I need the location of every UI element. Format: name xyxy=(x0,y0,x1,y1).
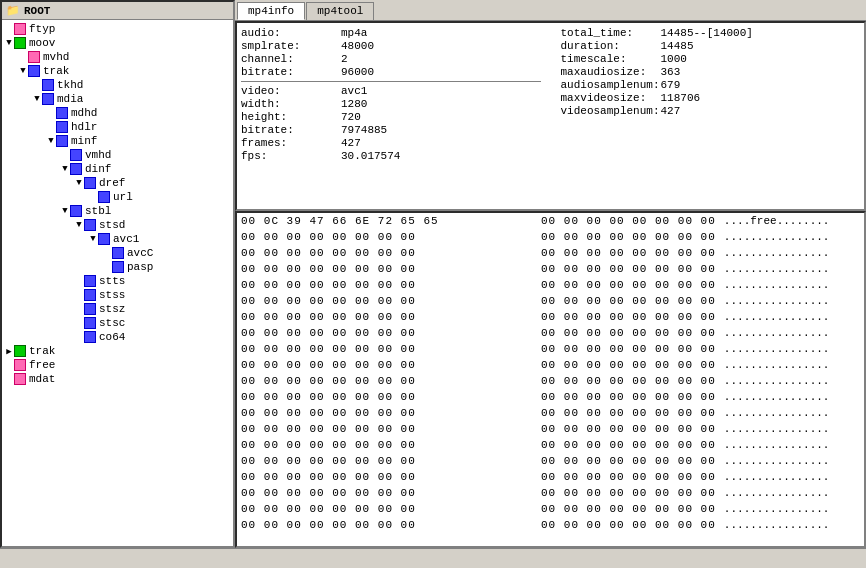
tree-icon-tkhd xyxy=(42,79,54,91)
info-key: maxvideosize: xyxy=(561,92,661,104)
tree-item-trak2[interactable]: ▶trak xyxy=(4,344,231,358)
tree-item-moov[interactable]: ▼moov xyxy=(4,36,231,50)
info-value: 118706 xyxy=(661,92,701,104)
tree-panel: 📁 ROOT ftyp▼moov mvhd▼trak tkhd▼mdia mdh… xyxy=(0,0,235,548)
tree-label-ftyp: ftyp xyxy=(29,23,55,35)
tree-label-stsd: stsd xyxy=(99,219,125,231)
hex-bytes2: 00 00 00 00 00 00 00 00 xyxy=(541,261,716,277)
tree-item-avcC[interactable]: avcC xyxy=(4,246,231,260)
tree-expander[interactable]: ▼ xyxy=(46,136,56,146)
tree-item-stsc[interactable]: stsc xyxy=(4,316,231,330)
tree-expander[interactable]: ▼ xyxy=(74,178,84,188)
hex-row: 00 00 00 00 00 00 00 0000 00 00 00 00 00… xyxy=(237,389,864,405)
info-key: audiosamplenum: xyxy=(561,79,661,91)
tree-expander[interactable]: ▼ xyxy=(88,234,98,244)
info-row: bitrate:96000 xyxy=(241,66,541,78)
tree-item-minf[interactable]: ▼minf xyxy=(4,134,231,148)
tree-expander[interactable]: ▼ xyxy=(4,38,14,48)
info-key: bitrate: xyxy=(241,66,341,78)
hex-row: 00 00 00 00 00 00 00 0000 00 00 00 00 00… xyxy=(237,501,864,517)
tree-item-mdat[interactable]: mdat xyxy=(4,372,231,386)
tree-icon-dinf xyxy=(70,163,82,175)
hex-row: 00 00 00 00 00 00 00 0000 00 00 00 00 00… xyxy=(237,261,864,277)
info-value: mp4a xyxy=(341,27,367,39)
tab-mp4tool[interactable]: mp4tool xyxy=(306,2,374,20)
hex-bytes1: 00 00 00 00 00 00 00 00 xyxy=(241,517,541,533)
info-left-col: audio:mp4asmplrate:48000channel:2bitrate… xyxy=(241,27,541,205)
hex-bytes2: 00 00 00 00 00 00 00 00 xyxy=(541,277,716,293)
tree-item-dinf[interactable]: ▼dinf xyxy=(4,162,231,176)
tree-label-tkhd: tkhd xyxy=(57,79,83,91)
hex-row: 00 00 00 00 00 00 00 0000 00 00 00 00 00… xyxy=(237,453,864,469)
tree-item-ftyp[interactable]: ftyp xyxy=(4,22,231,36)
hex-bytes1: 00 0C 39 47 66 6E 72 65 65 xyxy=(241,213,541,229)
tree-expander[interactable]: ▶ xyxy=(4,346,14,357)
tree-item-free[interactable]: free xyxy=(4,358,231,372)
tree-icon-trak2 xyxy=(14,345,26,357)
tree-icon-stbl xyxy=(70,205,82,217)
info-row: audiosamplenum:679 xyxy=(561,79,861,91)
tree-icon-stss xyxy=(84,289,96,301)
tree-item-pasp[interactable]: pasp xyxy=(4,260,231,274)
hex-bytes2: 00 00 00 00 00 00 00 00 xyxy=(541,389,716,405)
info-row: duration:14485 xyxy=(561,40,861,52)
info-panel: audio:mp4asmplrate:48000channel:2bitrate… xyxy=(235,21,866,211)
info-key: total_time: xyxy=(561,27,661,39)
tree-item-vmhd[interactable]: vmhd xyxy=(4,148,231,162)
info-key: height: xyxy=(241,111,341,123)
hex-ascii: ................ xyxy=(716,501,830,517)
hex-row: 00 00 00 00 00 00 00 0000 00 00 00 00 00… xyxy=(237,421,864,437)
tree-item-dref[interactable]: ▼dref xyxy=(4,176,231,190)
info-right-col: total_time:14485--[14000]duration:14485t… xyxy=(561,27,861,205)
hex-panel[interactable]: 00 0C 39 47 66 6E 72 65 6500 00 00 00 00… xyxy=(235,211,866,548)
tree-icon-trak xyxy=(28,65,40,77)
tree-item-stbl[interactable]: ▼stbl xyxy=(4,204,231,218)
info-row: maxvideosize:118706 xyxy=(561,92,861,104)
tree-item-stsd[interactable]: ▼stsd xyxy=(4,218,231,232)
tree-expander[interactable]: ▼ xyxy=(74,220,84,230)
tree-item-co64[interactable]: co64 xyxy=(4,330,231,344)
tree-item-stsz[interactable]: stsz xyxy=(4,302,231,316)
tree-label-mdhd: mdhd xyxy=(71,107,97,119)
tree-icon-dref xyxy=(84,177,96,189)
tree-label-hdlr: hdlr xyxy=(71,121,97,133)
hex-bytes1: 00 00 00 00 00 00 00 00 xyxy=(241,229,541,245)
info-row: fps:30.017574 xyxy=(241,150,541,162)
tree-item-mdhd[interactable]: mdhd xyxy=(4,106,231,120)
info-value: 720 xyxy=(341,111,361,123)
hex-row: 00 00 00 00 00 00 00 0000 00 00 00 00 00… xyxy=(237,245,864,261)
tab-mp4info[interactable]: mp4info xyxy=(237,2,305,20)
info-key: frames: xyxy=(241,137,341,149)
hex-bytes1: 00 00 00 00 00 00 00 00 xyxy=(241,357,541,373)
tree-icon-avc1 xyxy=(98,233,110,245)
hex-bytes1: 00 00 00 00 00 00 00 00 xyxy=(241,373,541,389)
tree-expander[interactable]: ▼ xyxy=(60,164,70,174)
info-key: audio: xyxy=(241,27,341,39)
tree-item-mvhd[interactable]: mvhd xyxy=(4,50,231,64)
hex-ascii: ................ xyxy=(716,437,830,453)
tree-item-tkhd[interactable]: tkhd xyxy=(4,78,231,92)
tree-item-trak[interactable]: ▼trak xyxy=(4,64,231,78)
info-row: channel:2 xyxy=(241,53,541,65)
tree-icon-free xyxy=(14,359,26,371)
tree-expander[interactable]: ▼ xyxy=(32,94,42,104)
tree-item-mdia[interactable]: ▼mdia xyxy=(4,92,231,106)
info-key: duration: xyxy=(561,40,661,52)
hex-bytes2: 00 00 00 00 00 00 00 00 xyxy=(541,309,716,325)
tree-item-stts[interactable]: stts xyxy=(4,274,231,288)
tree-item-avc1[interactable]: ▼avc1 xyxy=(4,232,231,246)
info-key: bitrate: xyxy=(241,124,341,136)
hex-ascii: ................ xyxy=(716,373,830,389)
hex-ascii: ................ xyxy=(716,421,830,437)
info-value: 427 xyxy=(341,137,361,149)
tree-expander[interactable]: ▼ xyxy=(18,66,28,76)
tree-expander[interactable]: ▼ xyxy=(60,206,70,216)
hex-row: 00 00 00 00 00 00 00 0000 00 00 00 00 00… xyxy=(237,309,864,325)
hex-row: 00 00 00 00 00 00 00 0000 00 00 00 00 00… xyxy=(237,373,864,389)
tree-item-url[interactable]: url xyxy=(4,190,231,204)
tree-item-stss[interactable]: stss xyxy=(4,288,231,302)
hex-ascii: ................ xyxy=(716,229,830,245)
hex-bytes2: 00 00 00 00 00 00 00 00 xyxy=(541,453,716,469)
tree-item-hdlr[interactable]: hdlr xyxy=(4,120,231,134)
info-row: frames:427 xyxy=(241,137,541,149)
